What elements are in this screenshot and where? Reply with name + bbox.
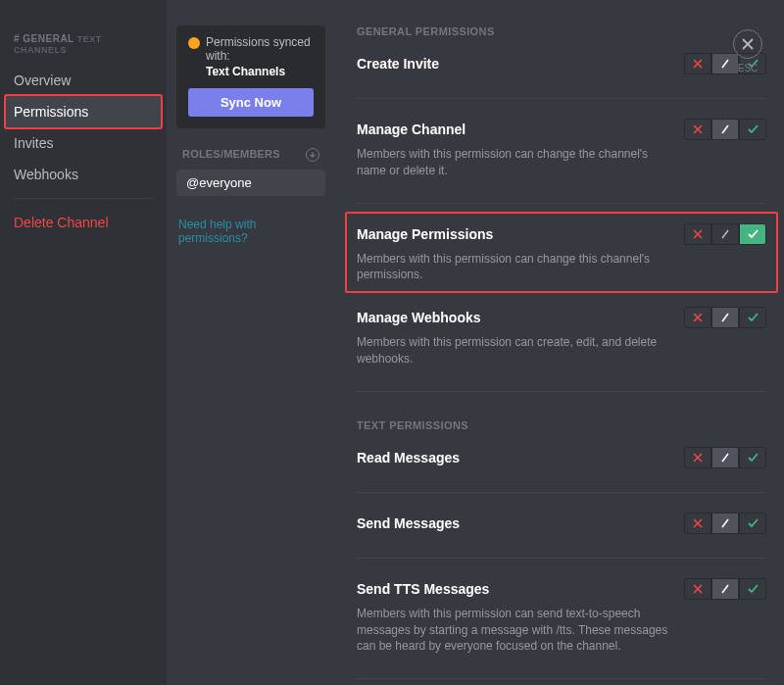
permission-toggle bbox=[684, 119, 766, 140]
perm-row: Create Invite bbox=[357, 53, 766, 74]
perm-title: Manage Webhooks bbox=[357, 310, 481, 325]
add-role-icon[interactable]: + bbox=[306, 148, 319, 162]
toggle-neutral-button[interactable] bbox=[711, 513, 739, 534]
sidebar-item-overview[interactable]: Overview bbox=[0, 65, 167, 96]
toggle-neutral-button[interactable] bbox=[711, 447, 739, 468]
toggle-allow-button[interactable] bbox=[739, 307, 766, 328]
toggle-neutral-button[interactable] bbox=[711, 223, 739, 245]
perm-description: Members with this permission can change … bbox=[357, 251, 680, 284]
heading-prefix: # GENERAL bbox=[14, 33, 74, 44]
close-label: ESC bbox=[733, 63, 762, 73]
permissions-panel: GENERAL PERMISSIONS Create InviteManage … bbox=[335, 0, 784, 685]
help-link[interactable]: Need help with permissions? bbox=[176, 218, 325, 245]
toggle-allow-button[interactable] bbox=[739, 223, 766, 245]
close-button[interactable] bbox=[733, 29, 762, 59]
role-item-everyone[interactable]: @everyone bbox=[176, 170, 325, 196]
roles-header: ROLES/MEMBERS + bbox=[176, 146, 325, 170]
toggle-neutral-button[interactable] bbox=[711, 307, 739, 328]
sync-card: Permissions synced with: Text Channels S… bbox=[176, 25, 325, 128]
permission-toggle bbox=[684, 513, 766, 534]
sync-now-button[interactable]: Sync Now bbox=[188, 88, 314, 117]
toggle-allow-button[interactable] bbox=[739, 578, 766, 600]
sidebar-item-delete-channel[interactable]: Delete Channel bbox=[0, 207, 167, 238]
perm-row: Send Messages bbox=[357, 513, 766, 534]
toggle-deny-button[interactable] bbox=[684, 513, 711, 534]
roles-header-label: ROLES/MEMBERS bbox=[182, 148, 280, 162]
divider bbox=[357, 98, 766, 99]
perm-title: Send TTS Messages bbox=[357, 581, 489, 597]
settings-sidebar: # GENERAL TEXT CHANNELS Overview Permiss… bbox=[0, 0, 167, 685]
toggle-neutral-button[interactable] bbox=[711, 119, 739, 140]
toggle-allow-button[interactable] bbox=[739, 513, 766, 534]
toggle-deny-button[interactable] bbox=[684, 223, 711, 245]
close-icon bbox=[741, 37, 755, 51]
sync-subtitle: Text Channels bbox=[188, 65, 314, 78]
sync-title: Permissions synced with: bbox=[188, 35, 314, 63]
perm-row: Manage WebhooksMembers with this permiss… bbox=[357, 307, 766, 367]
toggle-deny-button[interactable] bbox=[684, 119, 711, 140]
divider bbox=[357, 203, 766, 204]
permission-toggle bbox=[684, 307, 766, 328]
section-header-general: GENERAL PERMISSIONS bbox=[357, 25, 766, 37]
divider bbox=[357, 678, 766, 679]
permission-toggle bbox=[684, 578, 766, 600]
divider bbox=[357, 558, 766, 559]
perm-title: Manage Channel bbox=[357, 122, 466, 137]
roles-column: Permissions synced with: Text Channels S… bbox=[167, 0, 335, 245]
perm-title: Create Invite bbox=[357, 56, 439, 72]
sidebar-item-permissions[interactable]: Permissions bbox=[4, 94, 163, 129]
toggle-allow-button[interactable] bbox=[739, 447, 766, 468]
perm-title: Read Messages bbox=[357, 450, 460, 465]
perm-row: Manage ChannelMembers with this permissi… bbox=[357, 119, 766, 179]
perm-description: Members with this permission can create,… bbox=[357, 334, 680, 367]
toggle-deny-button[interactable] bbox=[684, 447, 711, 468]
sidebar-item-webhooks[interactable]: Webhooks bbox=[0, 159, 167, 190]
perm-row: Read Messages bbox=[357, 447, 766, 468]
sidebar-item-invites[interactable]: Invites bbox=[0, 127, 167, 159]
perm-row-highlight: Manage PermissionsMembers with this perm… bbox=[345, 212, 778, 294]
close-region: ESC bbox=[733, 29, 762, 73]
permission-toggle bbox=[684, 223, 766, 245]
perm-description: Members with this permission can send te… bbox=[357, 606, 680, 655]
perm-row: Send TTS MessagesMembers with this permi… bbox=[357, 578, 766, 655]
divider bbox=[357, 391, 766, 392]
sidebar-heading: # GENERAL TEXT CHANNELS bbox=[0, 29, 167, 59]
perm-title: Manage Permissions bbox=[357, 226, 493, 242]
toggle-neutral-button[interactable] bbox=[711, 578, 739, 600]
toggle-allow-button[interactable] bbox=[739, 119, 766, 140]
toggle-deny-button[interactable] bbox=[684, 578, 711, 600]
toggle-deny-button[interactable] bbox=[684, 53, 711, 74]
perm-title: Send Messages bbox=[357, 515, 460, 531]
perm-description: Members with this permission can change … bbox=[357, 146, 680, 179]
permission-toggle bbox=[684, 447, 766, 468]
divider bbox=[357, 492, 766, 493]
toggle-deny-button[interactable] bbox=[684, 307, 711, 328]
sidebar-divider bbox=[14, 198, 153, 199]
section-header-text: TEXT PERMISSIONS bbox=[357, 419, 766, 431]
